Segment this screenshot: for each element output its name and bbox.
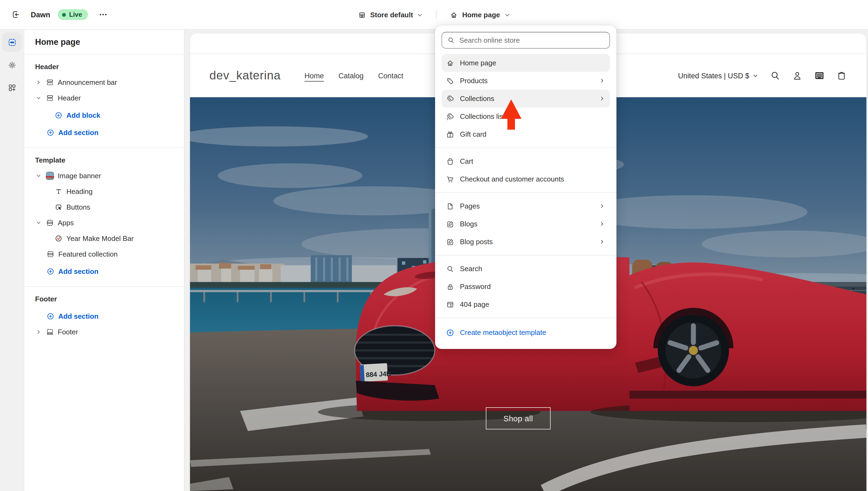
sidebar-add-section-button[interactable]: Add section bbox=[24, 125, 184, 140]
store-header-right: United States | USD $ bbox=[678, 70, 847, 81]
plus-circle-icon bbox=[46, 128, 55, 137]
page-selector[interactable]: Home page bbox=[445, 7, 515, 22]
store-nav-home[interactable]: Home bbox=[305, 71, 324, 80]
sidebar-item-label: Header bbox=[58, 94, 81, 102]
settings-icon bbox=[7, 60, 17, 69]
menu-item-home-page[interactable]: Home page bbox=[441, 54, 610, 72]
sidebar-item-footer[interactable]: Footer bbox=[24, 324, 184, 340]
gift-icon bbox=[446, 130, 455, 139]
menu-item-products[interactable]: Products bbox=[441, 72, 610, 90]
menu-item-collections-list[interactable]: Collections list bbox=[441, 108, 610, 125]
sidebar-item-buttons[interactable]: Buttons bbox=[24, 199, 184, 215]
sidebar-item-announcement-bar[interactable]: Announcement bar bbox=[24, 75, 184, 90]
sections-icon bbox=[7, 37, 17, 47]
exit-editor-button[interactable] bbox=[8, 7, 23, 22]
apps-icon bbox=[7, 83, 17, 92]
store-account-button[interactable] bbox=[792, 70, 803, 81]
sidebar-item-header[interactable]: Header bbox=[24, 90, 184, 106]
menu-item-404-page[interactable]: 404 page bbox=[441, 295, 610, 313]
menu-item-cart[interactable]: Cart bbox=[441, 152, 610, 170]
store-selector[interactable]: Store default bbox=[353, 7, 428, 22]
plus-circle-icon bbox=[46, 312, 55, 320]
tags-icon bbox=[446, 94, 455, 103]
editor-icon-rail bbox=[0, 30, 24, 491]
block-mid-icon bbox=[46, 219, 54, 227]
page-selector-label: Home page bbox=[462, 11, 500, 19]
chev-right-icon bbox=[599, 203, 606, 209]
menu-item-label: Checkout and customer accounts bbox=[460, 175, 606, 183]
menu-item-search[interactable]: Search bbox=[441, 260, 610, 278]
sidebar-item-apps[interactable]: Apps bbox=[24, 215, 184, 231]
search-online-store-input[interactable] bbox=[441, 32, 610, 49]
sidebar-item-label: Add block bbox=[66, 111, 100, 119]
dropdown-search bbox=[441, 32, 610, 49]
chev-down-icon bbox=[35, 219, 42, 226]
sidebar-item-label: Heading bbox=[66, 187, 93, 196]
garage-icon bbox=[814, 70, 825, 81]
search-icon bbox=[447, 36, 455, 44]
rail-settings-button[interactable] bbox=[2, 55, 22, 75]
search-icon bbox=[446, 264, 455, 273]
chev-right-icon bbox=[599, 221, 606, 227]
sidebar-item-label: Year Make Model Bar bbox=[66, 234, 133, 242]
rail-sections-button[interactable] bbox=[2, 32, 22, 52]
image-banner-thumbnail bbox=[46, 172, 54, 180]
search-icon bbox=[770, 70, 780, 81]
sidebar-item-label: Featured collection bbox=[58, 250, 118, 258]
theme-name: Dawn bbox=[31, 10, 50, 19]
tags-list-icon bbox=[446, 112, 455, 121]
sidebar-page-title: Home page bbox=[24, 30, 184, 55]
store-nav-catalog[interactable]: Catalog bbox=[338, 71, 364, 80]
menu-item-collections[interactable]: Collections bbox=[441, 90, 610, 108]
menu-item-label: Blogs bbox=[460, 220, 593, 228]
menu-item-label: Collections list bbox=[460, 112, 606, 120]
more-actions-button[interactable] bbox=[96, 7, 111, 22]
chevron-down-icon bbox=[417, 11, 423, 18]
sidebar-group-label: Footer bbox=[24, 292, 184, 307]
store-logo[interactable]: dev_katerina bbox=[210, 68, 281, 83]
sidebar-item-year-make-model-bar[interactable]: Year Make Model Bar bbox=[24, 231, 184, 246]
menu-item-checkout-and-customer-accounts[interactable]: Checkout and customer accounts bbox=[441, 170, 610, 188]
sidebar-item-image-banner[interactable]: Image banner bbox=[24, 168, 184, 184]
text-icon bbox=[55, 187, 63, 196]
locale-selector[interactable]: United States | USD $ bbox=[678, 71, 758, 80]
topbar-divider bbox=[436, 11, 437, 19]
exit-icon bbox=[11, 10, 21, 20]
shop-all-button[interactable]: Shop all bbox=[486, 407, 551, 429]
sidebar-item-featured-collection[interactable]: Featured collection bbox=[24, 246, 184, 262]
menu-item-blogs[interactable]: Blogs bbox=[441, 215, 610, 233]
store-nav-contact[interactable]: Contact bbox=[378, 71, 403, 80]
block-top-icon bbox=[46, 78, 54, 86]
menu-item-blog-posts[interactable]: Blog posts bbox=[441, 233, 610, 251]
dropdown-group: Home pageProductsCollectionsCollections … bbox=[441, 53, 610, 144]
sidebar-item-heading[interactable]: Heading bbox=[24, 184, 184, 199]
store-cart-button[interactable] bbox=[836, 70, 847, 81]
menu-item-gift-card[interactable]: Gift card bbox=[441, 125, 610, 143]
sidebar-add-section-button[interactable]: Add section bbox=[24, 309, 184, 324]
sidebar-add-section-button[interactable]: Add section bbox=[24, 264, 184, 279]
sidebar-add-block-button[interactable]: Add block bbox=[24, 108, 184, 123]
page-selector-dropdown: Home pageProductsCollectionsCollections … bbox=[435, 25, 616, 349]
menu-item-pages[interactable]: Pages bbox=[441, 197, 610, 215]
dropdown-group: SearchPassword404 page bbox=[435, 255, 616, 314]
sidebar-groups: HeaderAnnouncement barHeaderAdd blockAdd… bbox=[24, 55, 184, 347]
store-search-button[interactable] bbox=[770, 70, 780, 81]
sidebar-item-label: Announcement bar bbox=[58, 78, 117, 86]
compose-icon bbox=[446, 237, 455, 246]
ellipsis-icon bbox=[98, 10, 108, 20]
rail-apps-button[interactable] bbox=[2, 78, 22, 97]
compose-icon bbox=[446, 220, 455, 228]
menu-item-label: Pages bbox=[460, 202, 593, 210]
menu-item-password[interactable]: Password bbox=[441, 278, 610, 295]
bag-icon bbox=[446, 157, 455, 166]
store-garage-widget-button[interactable] bbox=[814, 70, 825, 81]
live-dot-icon bbox=[62, 13, 66, 17]
cart-icon bbox=[446, 175, 455, 183]
sidebar-group-footer: FooterAdd sectionFooter bbox=[24, 286, 184, 347]
sidebar-group-label: Header bbox=[24, 59, 184, 75]
sidebar-group-template: TemplateImage bannerHeadingButtonsAppsYe… bbox=[24, 147, 184, 286]
block-bot-icon bbox=[46, 328, 54, 336]
create-metaobject-template-button[interactable]: Create metaobject template bbox=[441, 323, 610, 341]
person-icon bbox=[792, 70, 803, 81]
theme-editor: Dawn Live Store default Home page Home bbox=[0, 0, 868, 491]
